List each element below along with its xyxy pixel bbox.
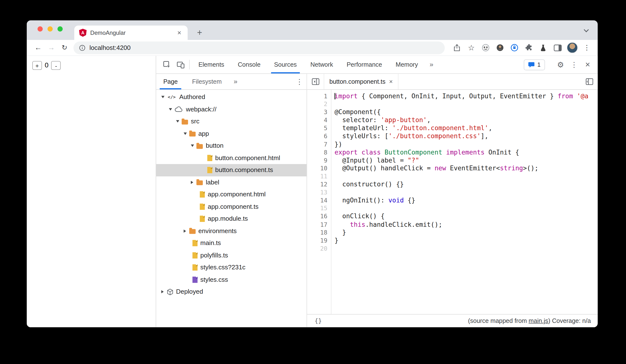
navigator-menu-icon[interactable]: ⋮: [292, 77, 307, 86]
chevron-down-icon[interactable]: [191, 145, 197, 147]
code-line[interactable]: @Component({: [335, 108, 598, 116]
tree-row[interactable]: button.component.ts: [156, 164, 307, 176]
code-editor[interactable]: 1234567891011121314151617181920 import {…: [307, 90, 597, 314]
tree-row[interactable]: environments: [156, 225, 307, 237]
back-button[interactable]: ←: [32, 41, 45, 54]
tree-row[interactable]: app: [156, 127, 307, 140]
extensions-puzzle-icon[interactable]: [522, 41, 536, 54]
extension-lock-icon[interactable]: [508, 41, 521, 54]
forward-button[interactable]: →: [45, 41, 58, 54]
chevron-right-icon[interactable]: [184, 229, 189, 233]
editor-file-tab[interactable]: button.component.ts ×: [324, 74, 398, 89]
close-file-tab-icon[interactable]: ×: [389, 78, 392, 85]
toggle-navigator-icon[interactable]: [307, 74, 324, 89]
more-navigator-tabs-icon[interactable]: »: [229, 78, 242, 86]
code-line[interactable]: ngOnInit(): void {}: [335, 196, 598, 204]
line-number[interactable]: 10: [307, 164, 327, 173]
tree-row[interactable]: styles.css?231c: [156, 261, 307, 273]
site-info-icon[interactable]: [79, 44, 85, 51]
line-number[interactable]: 19: [307, 237, 327, 245]
minimize-window-button[interactable]: [47, 26, 53, 31]
tree-row[interactable]: webpack://: [156, 103, 307, 115]
line-number[interactable]: 1: [307, 92, 327, 100]
address-bar[interactable]: localhost:4200: [74, 41, 445, 54]
reload-button[interactable]: ↻: [58, 41, 71, 54]
line-number[interactable]: 15: [307, 204, 327, 212]
line-number[interactable]: 2: [307, 100, 327, 108]
chevron-down-icon[interactable]: [176, 120, 182, 123]
browser-tab[interactable]: A DemoAngular ×: [74, 26, 188, 40]
code-line[interactable]: }): [335, 140, 598, 148]
line-number[interactable]: 13: [307, 188, 327, 196]
line-number[interactable]: 5: [307, 124, 327, 132]
code-line[interactable]: }: [335, 228, 598, 237]
side-panel-icon[interactable]: [551, 41, 564, 54]
pretty-print-icon[interactable]: {}: [315, 317, 322, 325]
decrement-button[interactable]: -: [51, 61, 61, 70]
line-number[interactable]: 4: [307, 116, 327, 124]
code-line[interactable]: [335, 173, 598, 181]
line-number[interactable]: 16: [307, 212, 327, 220]
extension-avatar-icon[interactable]: [493, 41, 507, 54]
code-line[interactable]: [335, 188, 598, 196]
code-line[interactable]: templateUrl: './button.component.html',: [335, 124, 598, 132]
line-number[interactable]: 3: [307, 108, 327, 116]
chevron-right-icon[interactable]: [161, 290, 167, 293]
bookmark-star-icon[interactable]: ☆: [465, 41, 478, 54]
chevron-down-icon[interactable]: [161, 96, 167, 98]
code-line[interactable]: export class ButtonComponent implements …: [335, 148, 598, 156]
tab-network[interactable]: Network: [304, 56, 340, 73]
device-toolbar-icon[interactable]: [174, 58, 187, 71]
code-line[interactable]: selector: 'app-button',: [335, 116, 598, 124]
tab-filesystem[interactable]: Filesystem: [185, 74, 229, 89]
tree-row[interactable]: styles.css: [156, 273, 307, 286]
more-tabs-icon[interactable]: »: [425, 56, 438, 73]
new-tab-button[interactable]: +: [193, 26, 206, 39]
line-number[interactable]: 8: [307, 148, 327, 156]
code-line[interactable]: [335, 245, 598, 253]
code-line[interactable]: import { Component, OnInit, Input, Outpu…: [335, 92, 598, 100]
tree-row[interactable]: label: [156, 176, 307, 188]
tab-memory[interactable]: Memory: [389, 56, 425, 73]
line-number[interactable]: 14: [307, 196, 327, 204]
tree-row[interactable]: button.component.html: [156, 152, 307, 164]
settings-gear-icon[interactable]: ⚙: [554, 58, 567, 71]
line-number[interactable]: 12: [307, 180, 327, 188]
line-number[interactable]: 9: [307, 156, 327, 164]
code-line[interactable]: this.handleClick.emit();: [335, 220, 598, 228]
share-icon[interactable]: [450, 41, 464, 54]
tree-row[interactable]: Deployed: [156, 286, 307, 298]
line-number[interactable]: 11: [307, 173, 327, 181]
tree-row[interactable]: main.ts: [156, 237, 307, 249]
extension-flask-icon[interactable]: [537, 41, 550, 54]
tree-row[interactable]: </>Authored: [156, 91, 307, 103]
tree-row[interactable]: polyfills.ts: [156, 249, 307, 261]
inspect-element-icon[interactable]: [160, 58, 174, 71]
line-number[interactable]: 7: [307, 140, 327, 148]
line-number[interactable]: 17: [307, 220, 327, 228]
tab-sources[interactable]: Sources: [267, 56, 304, 73]
close-devtools-icon[interactable]: ×: [581, 58, 595, 71]
code-line[interactable]: onClick() {: [335, 212, 598, 220]
extension-mask-icon[interactable]: [479, 41, 492, 54]
close-tab-icon[interactable]: ×: [176, 29, 183, 37]
code-line[interactable]: constructor() {}: [335, 180, 598, 188]
devtools-menu-icon[interactable]: ⋮: [567, 58, 581, 71]
code-line[interactable]: styleUrls: ['./button.component.css'],: [335, 132, 598, 140]
zoom-window-button[interactable]: [57, 26, 63, 31]
tab-performance[interactable]: Performance: [340, 56, 389, 73]
tree-row[interactable]: button: [156, 140, 307, 152]
tree-row[interactable]: app.component.ts: [156, 200, 307, 213]
line-number[interactable]: 18: [307, 228, 327, 237]
issues-button[interactable]: 1: [524, 59, 545, 70]
browser-menu-icon[interactable]: ⋮: [581, 41, 594, 54]
tab-elements[interactable]: Elements: [192, 56, 231, 73]
line-number[interactable]: 20: [307, 245, 327, 253]
toggle-debugger-sidebar-icon[interactable]: [581, 74, 598, 89]
chevron-down-icon[interactable]: [169, 108, 174, 110]
tree-row[interactable]: app.component.html: [156, 188, 307, 200]
chevron-right-icon[interactable]: [191, 181, 197, 184]
chevron-down-icon[interactable]: [584, 27, 589, 32]
main-js-link[interactable]: main.js: [529, 317, 548, 324]
tree-row[interactable]: app.module.ts: [156, 213, 307, 225]
